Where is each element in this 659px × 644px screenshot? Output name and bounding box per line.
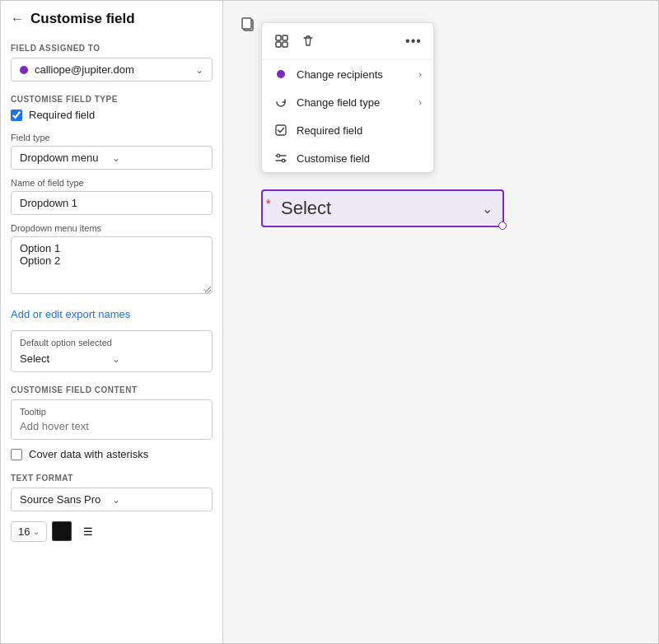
recipients-dot-icon [273,67,288,82]
section-label-customise-type: CUSTOMISE FIELD TYPE [11,95,213,104]
sliders-icon [273,151,288,166]
required-field-checkbox[interactable] [11,110,22,121]
customise-icon [274,152,287,165]
tooltip-input[interactable] [20,420,203,432]
field-name-label: Name of field type [11,178,213,188]
chevron-right-icon: › [418,97,422,107]
menu-item-change-recipients[interactable]: Change recipients › [262,60,433,88]
chevron-right-icon: › [418,69,422,79]
back-button[interactable]: ← Customise field [11,11,213,27]
assigned-email: calliope@jupiter.dom [35,63,195,76]
menu-item-customise-field[interactable]: Customise field [262,144,433,172]
cover-data-row: Cover data with asterisks [11,448,213,460]
field-name-input[interactable] [11,191,213,215]
cover-data-label: Cover data with asterisks [29,448,148,460]
text-align-button[interactable]: ☰ [77,520,100,543]
select-preview-label: Select [273,198,482,219]
copy-button[interactable] [236,12,259,35]
user-dot-icon [20,66,28,74]
chevron-down-icon: ⌄ [112,494,204,506]
tooltip-group: Tooltip [11,399,213,440]
cycle-icon [273,95,288,110]
copy-icon [241,16,255,31]
field-type-select[interactable]: Dropdown menu ⌄ [11,146,213,170]
tooltip-label: Tooltip [20,407,203,417]
dropdown-items-textarea[interactable]: Option 1 Option 2 [11,236,213,294]
svg-rect-5 [283,42,287,47]
export-names-link[interactable]: Add or edit export names [11,308,213,320]
dropdown-items-textarea-wrap: Option 1 Option 2 ⤡ [11,236,213,296]
cover-data-checkbox[interactable] [11,449,22,460]
page-title: Customise field [30,11,135,27]
refresh-icon [274,96,287,109]
required-field-checkbox-row: Required field [11,109,213,121]
default-option-group: Default option selected Select ⌄ [11,330,213,372]
align-icon: ☰ [83,525,93,538]
svg-point-10 [282,159,285,162]
select-preview: * Select ⌄ [261,189,504,227]
section-label-assigned: FIELD ASSIGNED TO [11,44,213,53]
field-assigned-dropdown[interactable]: calliope@jupiter.dom ⌄ [11,58,213,82]
context-menu-toolbar: ••• [262,23,433,60]
field-name-group: Name of field type [11,178,213,215]
check-icon [273,123,288,138]
svg-rect-1 [242,18,251,29]
svg-rect-3 [283,35,287,40]
field-type-label: Field type [11,133,213,142]
select-preview-inner[interactable]: * Select ⌄ [261,189,504,227]
color-picker[interactable] [52,521,72,541]
chevron-down-icon: ⌄ [112,152,204,164]
field-type-value: Dropdown menu [20,152,112,164]
svg-point-8 [277,154,280,157]
menu-item-change-field-type[interactable]: Change field type › [262,88,433,116]
default-option-select[interactable]: Select ⌄ [20,352,203,365]
chevron-down-icon: ⌄ [33,527,40,536]
chevron-down-icon: ⌄ [112,353,204,365]
section-label-text-format: TEXT FORMAT [11,474,213,483]
right-panel: ••• Change recipients › Change field typ… [223,1,658,643]
font-value: Source Sans Pro [20,493,112,506]
text-format-bottom: 16 ⌄ ☰ [11,520,213,543]
grid-icon [275,35,288,48]
default-option-value: Select [20,352,112,365]
more-icon: ••• [405,34,422,49]
context-menu-card: ••• Change recipients › Change field typ… [261,22,434,173]
font-size-value: 16 [18,525,30,538]
dropdown-items-label: Dropdown menu items [11,223,213,233]
trash-tool-button[interactable] [297,30,320,53]
svg-rect-4 [276,42,281,47]
checkbox-checked-icon [275,124,287,136]
section-label-field-content: CUSTOMISE FIELD CONTENT [11,385,213,394]
required-star-icon: * [266,197,270,210]
trash-icon [301,35,315,48]
field-type-group: Field type Dropdown menu ⌄ [11,133,213,170]
menu-item-required-field[interactable]: Required field [262,116,433,144]
required-field-label: Required field [29,109,95,121]
resize-handle-icon: ⤡ [203,287,211,295]
chevron-down-icon: ⌄ [195,64,203,76]
font-select[interactable]: Source Sans Pro ⌄ [11,488,213,511]
dropdown-items-group: Dropdown menu items Option 1 Option 2 ⤡ [11,223,213,296]
default-option-label: Default option selected [20,338,203,348]
left-panel: ← Customise field FIELD ASSIGNED TO call… [1,1,223,644]
back-arrow-icon: ← [11,12,24,26]
svg-rect-2 [276,35,281,40]
select-resize-handle[interactable] [498,222,507,230]
font-size-select[interactable]: 16 ⌄ [11,521,47,542]
more-tool-button[interactable]: ••• [402,30,425,53]
grid-tool-button[interactable] [270,30,293,53]
select-chevron-icon: ⌄ [482,201,493,217]
